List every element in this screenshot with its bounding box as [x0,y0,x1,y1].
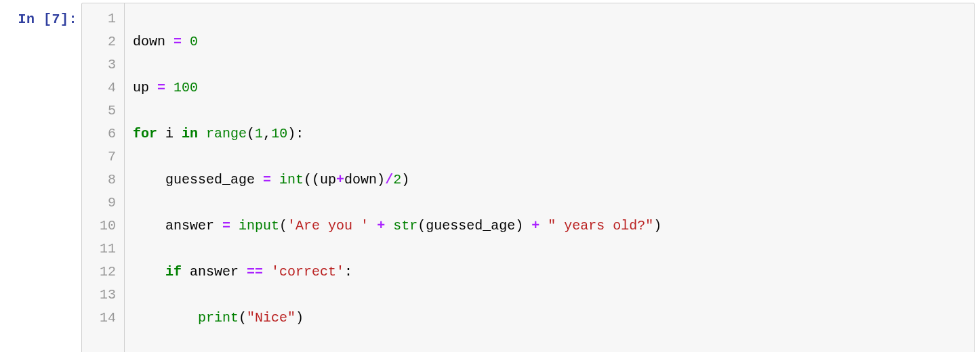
line-number: 4 [82,76,120,100]
line-number: 14 [82,307,120,330]
line-number-gutter: 1 2 3 4 5 6 7 8 9 10 11 12 13 14 [82,3,125,352]
line-number: 7 [82,146,120,169]
line-number: 3 [82,53,120,76]
line-number: 5 [82,100,120,123]
code-line[interactable]: if answer == 'correct': [133,261,966,284]
input-area[interactable]: 1 2 3 4 5 6 7 8 9 10 11 12 13 14 down = … [81,3,975,352]
code-editor[interactable]: down = 0 up = 100 for i in range(1,10): … [125,3,974,352]
code-line[interactable]: down = 0 [133,30,966,53]
line-number: 8 [82,169,120,192]
line-number: 12 [82,261,120,284]
line-number: 10 [82,215,120,238]
code-line[interactable]: print("Nice") [133,307,966,330]
line-number: 6 [82,123,120,146]
exec-count: 7 [52,12,60,27]
code-line[interactable]: answer = input('Are you ' + str(guessed_… [133,215,966,238]
line-number: 1 [82,7,120,30]
code-line[interactable]: guessed_age = int((up+down)/2) [133,169,966,192]
line-number: 11 [82,238,120,261]
code-line[interactable]: for i in range(1,10): [133,123,966,146]
prompt-suf: ]: [60,12,77,27]
line-number: 13 [82,284,120,307]
code-line[interactable]: up = 100 [133,76,966,100]
prompt-pre: In [ [18,12,52,27]
line-number: 9 [82,192,120,215]
code-cell: In [7]: 1 2 3 4 5 6 7 8 9 10 11 12 13 14… [5,3,975,352]
line-number: 2 [82,30,120,53]
input-prompt: In [7]: [5,3,81,31]
